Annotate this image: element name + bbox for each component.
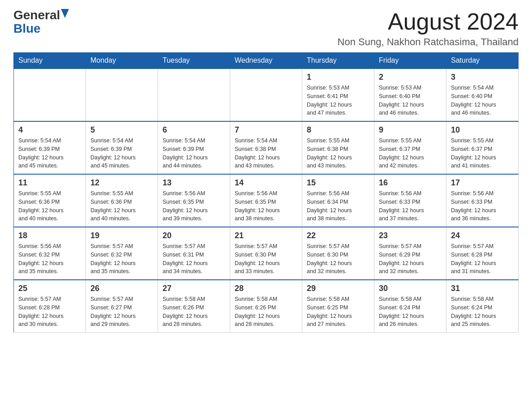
calendar-day-27: 27Sunrise: 5:58 AM Sunset: 6:26 PM Dayli… xyxy=(158,280,230,333)
calendar-table: SundayMondayTuesdayWednesdayThursdayFrid… xyxy=(13,52,519,333)
day-number: 26 xyxy=(90,284,153,293)
calendar-day-10: 10Sunrise: 5:55 AM Sunset: 6:37 PM Dayli… xyxy=(446,121,519,174)
day-number: 31 xyxy=(451,284,514,293)
weekday-header-friday: Friday xyxy=(374,53,446,69)
weekday-header-sunday: Sunday xyxy=(14,53,86,69)
calendar-week-row: 11Sunrise: 5:55 AM Sunset: 6:36 PM Dayli… xyxy=(14,174,519,227)
calendar-day-1: 1Sunrise: 5:53 AM Sunset: 6:41 PM Daylig… xyxy=(302,68,374,121)
calendar-day-29: 29Sunrise: 5:58 AM Sunset: 6:25 PM Dayli… xyxy=(302,280,374,333)
weekday-header-saturday: Saturday xyxy=(446,53,519,69)
day-number: 9 xyxy=(379,125,442,135)
day-info: Sunrise: 5:58 AM Sunset: 6:26 PM Dayligh… xyxy=(235,295,297,329)
weekday-header-wednesday: Wednesday xyxy=(230,53,302,69)
calendar-day-13: 13Sunrise: 5:56 AM Sunset: 6:35 PM Dayli… xyxy=(158,174,230,227)
calendar-day-25: 25Sunrise: 5:57 AM Sunset: 6:28 PM Dayli… xyxy=(14,280,86,333)
day-number: 16 xyxy=(379,178,442,188)
calendar-day-22: 22Sunrise: 5:57 AM Sunset: 6:30 PM Dayli… xyxy=(302,227,374,280)
day-number: 11 xyxy=(18,178,81,188)
day-info: Sunrise: 5:57 AM Sunset: 6:30 PM Dayligh… xyxy=(235,242,297,276)
day-info: Sunrise: 5:57 AM Sunset: 6:28 PM Dayligh… xyxy=(18,295,81,329)
day-number: 7 xyxy=(235,125,297,135)
logo: General Blue xyxy=(13,9,69,36)
calendar-day-20: 20Sunrise: 5:57 AM Sunset: 6:31 PM Dayli… xyxy=(158,227,230,280)
day-info: Sunrise: 5:58 AM Sunset: 6:24 PM Dayligh… xyxy=(379,295,442,329)
day-info: Sunrise: 5:54 AM Sunset: 6:38 PM Dayligh… xyxy=(235,137,297,170)
day-number: 10 xyxy=(451,125,514,135)
day-info: Sunrise: 5:56 AM Sunset: 6:34 PM Dayligh… xyxy=(307,189,369,223)
day-number: 17 xyxy=(451,178,514,188)
calendar-week-row: 4Sunrise: 5:54 AM Sunset: 6:39 PM Daylig… xyxy=(14,121,519,174)
day-number: 22 xyxy=(307,231,369,240)
logo-general: General xyxy=(13,9,60,21)
day-number: 13 xyxy=(163,178,225,188)
calendar-day-21: 21Sunrise: 5:57 AM Sunset: 6:30 PM Dayli… xyxy=(230,227,302,280)
day-number: 24 xyxy=(451,231,514,240)
day-number: 20 xyxy=(163,231,225,240)
day-info: Sunrise: 5:56 AM Sunset: 6:33 PM Dayligh… xyxy=(451,189,514,223)
calendar-day-2: 2Sunrise: 5:53 AM Sunset: 6:40 PM Daylig… xyxy=(374,68,446,121)
calendar-empty-cell xyxy=(230,68,302,121)
day-info: Sunrise: 5:56 AM Sunset: 6:35 PM Dayligh… xyxy=(163,189,225,223)
day-info: Sunrise: 5:57 AM Sunset: 6:30 PM Dayligh… xyxy=(307,242,369,276)
calendar-day-30: 30Sunrise: 5:58 AM Sunset: 6:24 PM Dayli… xyxy=(374,280,446,333)
weekday-header-monday: Monday xyxy=(86,53,158,69)
day-number: 6 xyxy=(163,125,225,135)
day-info: Sunrise: 5:54 AM Sunset: 6:39 PM Dayligh… xyxy=(18,137,81,170)
calendar-subtitle: Non Sung, Nakhon Ratchasima, Thailand xyxy=(338,36,519,48)
day-info: Sunrise: 5:53 AM Sunset: 6:41 PM Dayligh… xyxy=(307,84,369,117)
day-number: 4 xyxy=(18,125,81,135)
day-info: Sunrise: 5:57 AM Sunset: 6:32 PM Dayligh… xyxy=(90,242,153,276)
title-block: August 2024 Non Sung, Nakhon Ratchasima,… xyxy=(338,9,519,48)
day-number: 21 xyxy=(235,231,297,240)
calendar-title: August 2024 xyxy=(338,9,519,34)
calendar-day-12: 12Sunrise: 5:55 AM Sunset: 6:36 PM Dayli… xyxy=(86,174,158,227)
day-info: Sunrise: 5:54 AM Sunset: 6:39 PM Dayligh… xyxy=(90,137,153,170)
day-info: Sunrise: 5:55 AM Sunset: 6:37 PM Dayligh… xyxy=(379,137,442,170)
calendar-day-9: 9Sunrise: 5:55 AM Sunset: 6:37 PM Daylig… xyxy=(374,121,446,174)
day-number: 12 xyxy=(90,178,153,188)
weekday-header-tuesday: Tuesday xyxy=(158,53,230,69)
day-info: Sunrise: 5:53 AM Sunset: 6:40 PM Dayligh… xyxy=(379,84,442,117)
day-number: 1 xyxy=(307,73,369,82)
calendar-week-row: 18Sunrise: 5:56 AM Sunset: 6:32 PM Dayli… xyxy=(14,227,519,280)
day-number: 19 xyxy=(90,231,153,240)
day-info: Sunrise: 5:54 AM Sunset: 6:39 PM Dayligh… xyxy=(163,137,225,170)
weekday-header-row: SundayMondayTuesdayWednesdayThursdayFrid… xyxy=(14,53,519,69)
day-number: 3 xyxy=(451,73,514,82)
calendar-day-5: 5Sunrise: 5:54 AM Sunset: 6:39 PM Daylig… xyxy=(86,121,158,174)
day-number: 2 xyxy=(379,73,442,82)
calendar-day-31: 31Sunrise: 5:58 AM Sunset: 6:24 PM Dayli… xyxy=(446,280,519,333)
calendar-day-23: 23Sunrise: 5:57 AM Sunset: 6:29 PM Dayli… xyxy=(374,227,446,280)
day-info: Sunrise: 5:58 AM Sunset: 6:24 PM Dayligh… xyxy=(451,295,514,329)
calendar-day-7: 7Sunrise: 5:54 AM Sunset: 6:38 PM Daylig… xyxy=(230,121,302,174)
day-info: Sunrise: 5:55 AM Sunset: 6:36 PM Dayligh… xyxy=(18,189,81,223)
calendar-week-row: 1Sunrise: 5:53 AM Sunset: 6:41 PM Daylig… xyxy=(14,68,519,121)
calendar-day-19: 19Sunrise: 5:57 AM Sunset: 6:32 PM Dayli… xyxy=(86,227,158,280)
calendar-day-3: 3Sunrise: 5:54 AM Sunset: 6:40 PM Daylig… xyxy=(446,68,519,121)
day-info: Sunrise: 5:57 AM Sunset: 6:29 PM Dayligh… xyxy=(379,242,442,276)
calendar-day-18: 18Sunrise: 5:56 AM Sunset: 6:32 PM Dayli… xyxy=(14,227,86,280)
calendar-day-11: 11Sunrise: 5:55 AM Sunset: 6:36 PM Dayli… xyxy=(14,174,86,227)
day-number: 25 xyxy=(18,284,81,293)
calendar-empty-cell xyxy=(14,68,86,121)
calendar-empty-cell xyxy=(158,68,230,121)
day-number: 14 xyxy=(235,178,297,188)
day-number: 8 xyxy=(307,125,369,135)
calendar-day-6: 6Sunrise: 5:54 AM Sunset: 6:39 PM Daylig… xyxy=(158,121,230,174)
calendar-day-4: 4Sunrise: 5:54 AM Sunset: 6:39 PM Daylig… xyxy=(14,121,86,174)
day-info: Sunrise: 5:57 AM Sunset: 6:28 PM Dayligh… xyxy=(451,242,514,276)
day-number: 5 xyxy=(90,125,153,135)
logo-blue: Blue xyxy=(13,21,41,36)
day-number: 15 xyxy=(307,178,369,188)
day-info: Sunrise: 5:56 AM Sunset: 6:33 PM Dayligh… xyxy=(379,189,442,223)
calendar-day-28: 28Sunrise: 5:58 AM Sunset: 6:26 PM Dayli… xyxy=(230,280,302,333)
day-number: 30 xyxy=(379,284,442,293)
calendar-day-26: 26Sunrise: 5:57 AM Sunset: 6:27 PM Dayli… xyxy=(86,280,158,333)
day-info: Sunrise: 5:57 AM Sunset: 6:31 PM Dayligh… xyxy=(163,242,225,276)
svg-marker-0 xyxy=(61,9,69,18)
day-info: Sunrise: 5:55 AM Sunset: 6:38 PM Dayligh… xyxy=(307,137,369,170)
calendar-empty-cell xyxy=(86,68,158,121)
day-number: 28 xyxy=(235,284,297,293)
day-info: Sunrise: 5:55 AM Sunset: 6:37 PM Dayligh… xyxy=(451,137,514,170)
day-number: 18 xyxy=(18,231,81,240)
